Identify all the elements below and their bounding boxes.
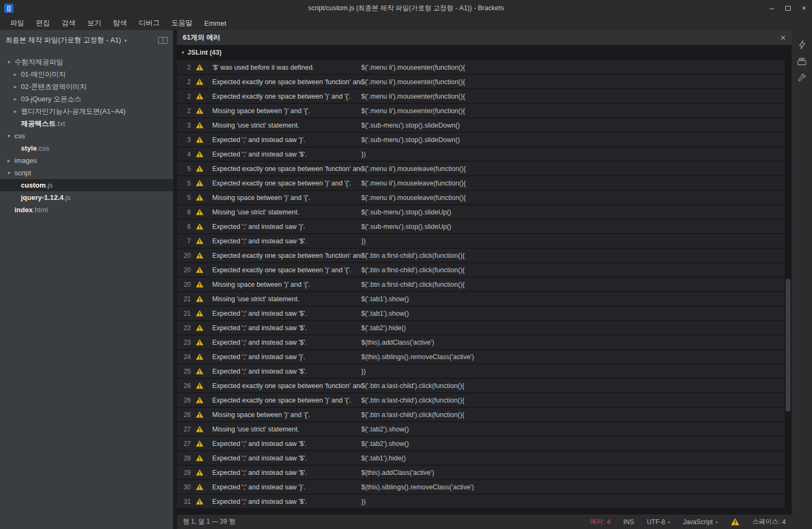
brackets-logo-icon[interactable]: []: [4, 4, 13, 13]
error-count[interactable]: 에러: 4: [590, 517, 610, 526]
error-message: Expected ';' and instead saw '$'.: [208, 237, 361, 245]
tree-item[interactable]: custom .js: [0, 179, 173, 191]
error-row[interactable]: 2 Missing space between ')' and '{'. $('…: [177, 104, 785, 117]
error-row[interactable]: 22 Expected ';' and instead saw '$'. $('…: [177, 321, 785, 334]
tree-item[interactable]: ▾ css: [0, 130, 173, 142]
jslint-section-header[interactable]: ▾ JSLint (43): [177, 45, 792, 59]
disclosure-triangle-icon[interactable]: ▸: [8, 158, 14, 163]
sidebar: 최종본 제작 파일(가로형 고정형 - A1) ▾ ▾ 수험자제공파일 ▸ 01…: [0, 30, 173, 529]
error-row[interactable]: 2 Expected exactly one space between 'fu…: [177, 75, 785, 88]
menu-item[interactable]: 탐색: [107, 16, 133, 30]
warning-icon: [191, 208, 208, 215]
error-row[interactable]: 20 Expected exactly one space between 'f…: [177, 249, 785, 262]
warning-icon: [191, 180, 208, 187]
error-row[interactable]: 2 Expected exactly one space between ')'…: [177, 90, 785, 103]
disclosure-triangle-icon[interactable]: ▾: [8, 59, 14, 65]
error-code-snippet: $('.menu li').mouseleave(function(){: [361, 194, 785, 202]
error-row[interactable]: 3 Expected ';' and instead saw '}'. $('.…: [177, 133, 785, 146]
disclosure-triangle-icon[interactable]: ▸: [14, 108, 21, 114]
error-row[interactable]: 5 Expected exactly one space between ')'…: [177, 176, 785, 190]
error-row[interactable]: 5 Missing space between ')' and '{'. $('…: [177, 191, 785, 204]
error-row[interactable]: 25 Expected ';' and instead saw '$'. }): [177, 364, 785, 378]
error-row[interactable]: 23 Expected ';' and instead saw '$'. $(t…: [177, 336, 785, 349]
tree-item[interactable]: index .html: [0, 204, 173, 216]
disclosure-triangle-icon[interactable]: ▾: [8, 170, 14, 176]
error-row[interactable]: 2 '$' was used before it was defined. $(…: [177, 61, 785, 74]
menu-item[interactable]: 파일: [4, 16, 30, 30]
error-row[interactable]: 21 Missing 'use strict' statement. $('.t…: [177, 292, 785, 306]
error-row[interactable]: 20 Expected exactly one space between ')…: [177, 263, 785, 277]
live-preview-icon[interactable]: [797, 40, 807, 50]
error-row[interactable]: 28 Expected ';' and instead saw '$'. $('…: [177, 451, 785, 465]
tree-item[interactable]: ▾ script: [0, 167, 173, 179]
error-row[interactable]: 6 Missing 'use strict' statement. $('.su…: [177, 205, 785, 219]
menu-item[interactable]: 도움말: [166, 16, 198, 30]
tree-item[interactable]: ▸ 웹디자인기능사-공개도면(A1~A4): [0, 105, 173, 117]
error-line-number: 5: [177, 165, 191, 173]
error-row[interactable]: 26 Expected exactly one space between ')…: [177, 393, 785, 407]
disclosure-triangle-icon[interactable]: ▸: [14, 71, 21, 77]
error-row[interactable]: 30 Expected ';' and instead saw '}'. $(t…: [177, 480, 785, 494]
minimize-button[interactable]: –: [764, 0, 780, 16]
close-icon[interactable]: ×: [780, 33, 786, 42]
menu-item[interactable]: 검색: [56, 16, 81, 30]
error-row[interactable]: 20 Missing space between ')' and '{'. $(…: [177, 278, 785, 291]
tree-item[interactable]: ▸ 03-jQuery 오픈소스: [0, 93, 173, 105]
error-line-number: 6: [177, 208, 191, 216]
error-row[interactable]: 27 Missing 'use strict' statement. $('.t…: [177, 422, 785, 436]
error-row[interactable]: 5 Expected exactly one space between 'fu…: [177, 162, 785, 175]
error-row[interactable]: 27 Expected ';' and instead saw '$'. $('…: [177, 437, 785, 450]
menu-item[interactable]: Emmet: [198, 16, 232, 30]
tree-item[interactable]: ▾ 수험자제공파일: [0, 56, 173, 68]
error-row[interactable]: 21 Expected ';' and instead saw '$'. $('…: [177, 307, 785, 320]
tree-item-name: index: [14, 206, 33, 214]
scrollbar-thumb[interactable]: [786, 279, 791, 412]
tree-item[interactable]: ▸ 02-콘텐츠영역이미지: [0, 80, 173, 93]
menu-item[interactable]: 디버그: [133, 16, 166, 30]
warning-icon: [191, 136, 208, 143]
error-code-snippet: $('.menu li').mouseenter(function(){: [361, 107, 785, 115]
warning-icon: [191, 324, 208, 331]
tree-item[interactable]: ▸ 01-메인이미지: [0, 68, 173, 80]
disclosure-triangle-icon[interactable]: ▾: [8, 133, 14, 139]
extension-manager-icon[interactable]: [796, 57, 807, 66]
menu-item[interactable]: 보기: [81, 16, 107, 30]
warning-icon: [191, 310, 208, 317]
project-name[interactable]: 최종본 제작 파일(가로형 고정형 - A1): [5, 35, 121, 45]
close-button[interactable]: ×: [796, 0, 812, 16]
indent-setting[interactable]: 스페이스: 4: [753, 517, 786, 526]
project-header[interactable]: 최종본 제작 파일(가로형 고정형 - A1) ▾: [0, 30, 173, 50]
disclosure-triangle-icon[interactable]: ▸: [14, 84, 21, 90]
lint-warning-icon[interactable]: [731, 518, 740, 526]
error-code-snippet: $('.menu li').mouseenter(function(){: [361, 93, 785, 100]
error-message: Missing 'use strict' statement.: [208, 122, 361, 129]
error-row[interactable]: 24 Expected ';' and instead saw '}'. $(t…: [177, 350, 785, 363]
error-message: Expected ';' and instead saw '$'.: [208, 151, 361, 158]
error-row[interactable]: 7 Expected ';' and instead saw '$'. }): [177, 234, 785, 248]
error-row[interactable]: 31 Expected ';' and instead saw '$'. }): [177, 495, 785, 508]
tree-item-name: css: [14, 132, 25, 140]
language-select[interactable]: JavaScript ▾: [683, 518, 718, 526]
maximize-button[interactable]: [780, 0, 796, 16]
tree-item[interactable]: jquery-1.12.4 .js: [0, 191, 173, 204]
error-message: Expected ';' and instead saw '}'.: [208, 483, 361, 491]
error-row[interactable]: 26 Expected exactly one space between 'f…: [177, 379, 785, 392]
error-row[interactable]: 29 Expected ';' and instead saw '$'. $(t…: [177, 466, 785, 479]
error-line-number: 27: [177, 440, 191, 448]
split-view-icon[interactable]: [158, 37, 168, 44]
error-panel-header: 61개의 에러 ×: [177, 30, 792, 45]
error-message: Missing space between ')' and '{'.: [208, 281, 361, 288]
error-code-snippet: $('.sub-menu').stop().slideUp(): [361, 223, 785, 230]
tree-item[interactable]: ▸ images: [0, 154, 173, 167]
error-row[interactable]: 3 Missing 'use strict' statement. $('.su…: [177, 118, 785, 132]
menu-item[interactable]: 편집: [30, 16, 56, 30]
disclosure-triangle-icon[interactable]: ▸: [14, 96, 21, 102]
error-row[interactable]: 4 Expected ';' and instead saw '$'. }): [177, 147, 785, 161]
error-row[interactable]: 6 Expected ';' and instead saw '}'. $('.…: [177, 220, 785, 233]
tree-item[interactable]: style .css: [0, 142, 173, 154]
tools-icon[interactable]: [797, 73, 807, 83]
insert-mode-toggle[interactable]: INS: [623, 518, 634, 526]
error-row[interactable]: 26 Missing space between ')' and '{'. $(…: [177, 408, 785, 421]
encoding-select[interactable]: UTF-8 ▾: [647, 518, 670, 526]
tree-item[interactable]: 제공텍스트 .txt: [0, 117, 173, 130]
